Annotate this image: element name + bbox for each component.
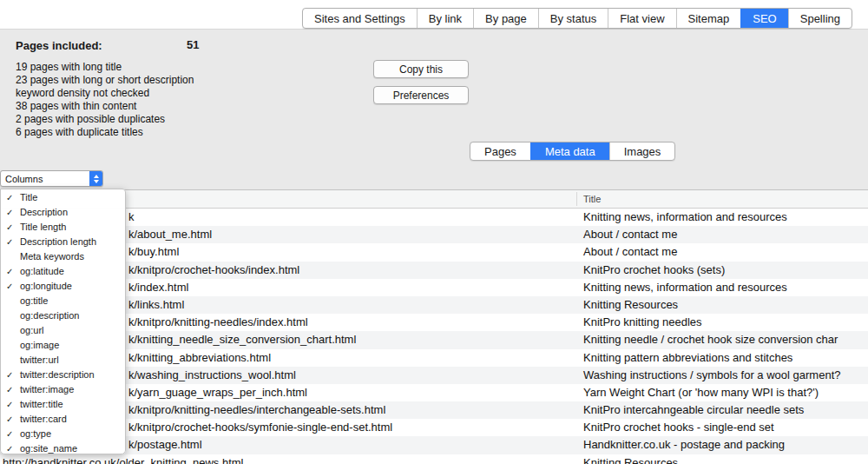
columns-menu-item-description[interactable]: ✓Description bbox=[1, 205, 125, 220]
url-cell: k/knitpro/knitting-needles/interchangeab… bbox=[128, 401, 385, 419]
title-cell: KnitPro intercahngeable circular needle … bbox=[583, 401, 804, 419]
columns-menu-item-label: Description bbox=[20, 205, 68, 220]
columns-menu-item-twitter-url[interactable]: twitter:url bbox=[1, 353, 125, 368]
url-cell: k/buy.html bbox=[128, 243, 179, 261]
columns-menu-item-label: twitter:image bbox=[20, 382, 74, 397]
tab-sites-and-settings[interactable]: Sites and Settings bbox=[303, 9, 417, 28]
columns-menu-item-description-length[interactable]: ✓Description length bbox=[1, 235, 125, 249]
table-row[interactable]: k/knitting_abbreviations.htmlKnitting pa… bbox=[0, 349, 868, 367]
columns-menu-item-og-type[interactable]: ✓og:type bbox=[1, 427, 125, 441]
table-row[interactable]: kKnitting news, information and resource… bbox=[0, 209, 868, 226]
table-row[interactable]: k/knitpro/knitting-needles/index.htmlKni… bbox=[0, 314, 868, 331]
columns-menu-item-og-latitude[interactable]: ✓og:latitude bbox=[1, 264, 125, 279]
columns-menu-item-og-url[interactable]: og:url bbox=[1, 323, 125, 338]
tab-spelling[interactable]: Spelling bbox=[788, 9, 852, 28]
tab-by-link[interactable]: By link bbox=[417, 9, 473, 28]
title-cell: Knitting needle / crochet hook size conv… bbox=[583, 331, 838, 348]
table-row[interactable]: k/knitpro/crochet-hooks/symfonie-single-… bbox=[0, 419, 868, 436]
columns-menu-item-title-length[interactable]: ✓Title length bbox=[1, 220, 125, 235]
columns-menu-item-og-image[interactable]: og:image bbox=[1, 338, 125, 353]
title-cell: Knitting pattern abbreviations and stitc… bbox=[583, 349, 792, 367]
results-table: kKnitting news, information and resource… bbox=[0, 209, 868, 464]
title-cell: Knitting news, information and resources bbox=[583, 279, 787, 296]
preferences-button[interactable]: Preferences bbox=[373, 86, 469, 104]
tab-sitemap[interactable]: Sitemap bbox=[676, 9, 741, 28]
columns-menu-item-twitter-card[interactable]: ✓twitter:card bbox=[1, 412, 125, 427]
columns-dropdown-button[interactable]: Columns bbox=[0, 170, 103, 187]
title-cell: KnitPro knitting needles bbox=[583, 314, 702, 331]
columns-menu-item-twitter-image[interactable]: ✓twitter:image bbox=[1, 382, 125, 397]
tab-by-status[interactable]: By status bbox=[538, 9, 608, 28]
url-cell: k/about_me.html bbox=[128, 226, 212, 243]
subtab-meta-data[interactable]: Meta data bbox=[530, 143, 609, 160]
tab-seo[interactable]: SEO bbox=[740, 9, 787, 28]
columns-menu-item-twitter-description[interactable]: ✓twitter:description bbox=[1, 368, 125, 382]
columns-menu-item-label: og:description bbox=[20, 308, 80, 323]
url-cell: k/knitpro/crochet-hooks/index.html bbox=[128, 262, 299, 279]
url-cell: k/knitting_needle_size_conversion_chart.… bbox=[128, 331, 356, 348]
table-row[interactable]: k/knitpro/knitting-needles/interchangeab… bbox=[0, 401, 868, 419]
checkmark-icon: ✓ bbox=[6, 264, 13, 279]
columns-menu-item-twitter-title[interactable]: ✓twitter:title bbox=[1, 397, 125, 412]
table-row[interactable]: k/knitting_needle_size_conversion_chart.… bbox=[0, 331, 868, 348]
title-cell: KnitPro crochet hooks - single-end set bbox=[583, 419, 774, 436]
checkmark-icon: ✓ bbox=[6, 427, 13, 441]
checkmark-icon: ✓ bbox=[6, 412, 13, 427]
columns-menu-item-og-description[interactable]: og:description bbox=[1, 308, 125, 323]
summary-stat: 23 pages with long or short description bbox=[16, 74, 194, 87]
title-cell: Knitting news, information and resources bbox=[583, 209, 787, 226]
summary-stat: 6 pages with duplicate titles bbox=[16, 126, 194, 139]
url-cell: k/washing_instructions_wool.html bbox=[128, 367, 296, 384]
table-row[interactable]: k/postage.htmlHandknitter.co.uk - postag… bbox=[0, 436, 868, 454]
table-row[interactable]: k/washing_instructions_wool.htmlWashing … bbox=[0, 367, 868, 384]
summary-stat: 38 pages with thin content bbox=[16, 100, 194, 113]
url-cell: k/links.html bbox=[128, 296, 184, 314]
columns-menu-item-og-site-name[interactable]: ✓og:site_name bbox=[1, 441, 125, 456]
checkmark-icon: ✓ bbox=[6, 441, 13, 456]
columns-menu-item-label: twitter:description bbox=[20, 368, 95, 382]
table-row[interactable]: k/yarn_guage_wraps_per_inch.htmlYarn Wei… bbox=[0, 384, 868, 401]
title-cell: About / contact me bbox=[583, 243, 677, 261]
checkmark-icon: ✓ bbox=[6, 205, 13, 220]
columns-menu-item-label: twitter:card bbox=[20, 412, 67, 427]
columns-menu-item-og-title[interactable]: og:title bbox=[1, 294, 125, 308]
tab-flat-view[interactable]: Flat view bbox=[608, 9, 675, 28]
title-column-header[interactable]: Title bbox=[583, 190, 601, 208]
table-row[interactable]: k/index.htmlKnitting news, information a… bbox=[0, 279, 868, 296]
title-cell: Knitting Resources bbox=[583, 296, 678, 314]
subtab-images[interactable]: Images bbox=[609, 143, 675, 160]
columns-menu-item-label: og:longitude bbox=[20, 279, 72, 294]
title-cell: Yarn Weight Chart (or 'how many WPI is t… bbox=[583, 384, 819, 401]
checkmark-icon: ✓ bbox=[6, 235, 13, 249]
table-row[interactable]: k/knitpro/crochet-hooks/index.htmlKnitPr… bbox=[0, 262, 868, 279]
popup-arrows-icon bbox=[89, 171, 102, 186]
table-row[interactable]: k/buy.htmlAbout / contact me bbox=[0, 243, 868, 261]
table-header: Title bbox=[0, 189, 868, 209]
table-row[interactable]: k/links.htmlKnitting Resources bbox=[0, 296, 868, 314]
subtab-pages[interactable]: Pages bbox=[470, 143, 530, 160]
columns-menu-item-meta-keywords[interactable]: Meta keywords bbox=[1, 249, 125, 264]
title-cell: Washing instructions / symbols for a woo… bbox=[583, 367, 840, 384]
columns-menu-item-label: Title length bbox=[20, 220, 66, 235]
table-row[interactable]: k/about_me.htmlAbout / contact me bbox=[0, 226, 868, 243]
columns-menu-item-label: twitter:title bbox=[20, 397, 63, 412]
url-cell: k bbox=[128, 209, 135, 226]
columns-menu-item-label: twitter:url bbox=[20, 353, 59, 368]
columns-menu-item-label: og:site_name bbox=[20, 441, 77, 456]
columns-menu-item-og-longitude[interactable]: ✓og:longitude bbox=[1, 279, 125, 294]
title-cell: Handknitter.co.uk - postage and packing bbox=[583, 436, 785, 454]
summary-stat: 2 pages with possible duplicates bbox=[16, 113, 194, 126]
columns-menu-item-label: Description length bbox=[20, 235, 96, 249]
main-tab-bar: Sites and SettingsBy linkBy pageBy statu… bbox=[302, 8, 852, 29]
columns-menu-item-title[interactable]: ✓Title bbox=[1, 190, 125, 205]
table-row[interactable]: http://handknitter.co.uk/older_knitting_… bbox=[0, 454, 868, 464]
summary-stat: keyword density not checked bbox=[16, 87, 194, 100]
checkmark-icon: ✓ bbox=[6, 190, 13, 205]
tab-by-page[interactable]: By page bbox=[473, 9, 538, 28]
summary-stats: 19 pages with long title23 pages with lo… bbox=[16, 61, 194, 138]
pages-included-label: Pages included: bbox=[16, 39, 102, 52]
column-divider[interactable] bbox=[576, 192, 577, 206]
url-cell: k/knitpro/crochet-hooks/symfonie-single-… bbox=[128, 419, 392, 436]
url-cell: k/knitting_abbreviations.html bbox=[128, 349, 271, 367]
copy-this-button[interactable]: Copy this bbox=[373, 60, 469, 78]
